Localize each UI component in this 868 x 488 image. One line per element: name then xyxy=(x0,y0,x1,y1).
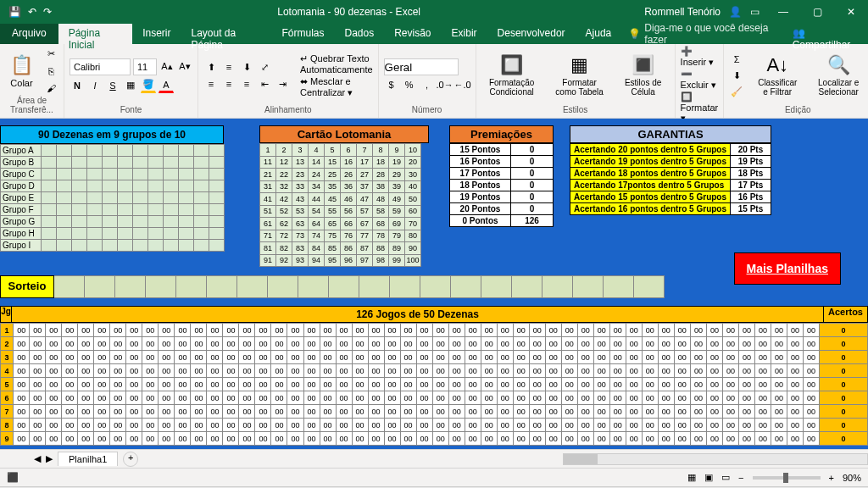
tab-file[interactable]: Arquivo xyxy=(0,24,58,44)
tab-view[interactable]: Exibir xyxy=(442,24,487,44)
bold-icon[interactable]: N xyxy=(70,78,85,93)
shrink-font-icon[interactable]: A▾ xyxy=(177,59,192,75)
mais-planilhas-link[interactable]: Mais Planilhas xyxy=(734,252,841,285)
font-size-input[interactable] xyxy=(133,58,157,75)
dec-decimal-icon[interactable]: ←.0 xyxy=(455,77,470,92)
underline-icon[interactable]: S xyxy=(105,78,120,93)
percent-icon[interactable]: % xyxy=(402,77,417,92)
user-avatar-icon[interactable]: 👤 xyxy=(729,6,742,18)
maximize-button[interactable]: ▢ xyxy=(800,6,834,18)
font-name-input[interactable] xyxy=(70,58,131,75)
align-bottom-icon[interactable]: ⬇ xyxy=(239,59,254,75)
fill-icon[interactable]: ⬇ xyxy=(729,68,744,83)
align-center-icon[interactable]: ≡ xyxy=(221,76,236,92)
nav-last-icon[interactable]: ▶ xyxy=(46,453,53,464)
currency-icon[interactable]: $ xyxy=(384,77,399,92)
undo-icon[interactable]: ↶ xyxy=(28,6,36,18)
grupo-row-label: Grupo D xyxy=(1,180,42,192)
indent-dec-icon[interactable]: ⇤ xyxy=(257,76,272,92)
minimize-button[interactable]: — xyxy=(766,6,800,18)
merge-center-button[interactable]: ⬌ Mesclar e Centralizar ▾ xyxy=(300,76,373,98)
paste-button[interactable]: 📋Colar xyxy=(5,53,38,90)
tab-data[interactable]: Dados xyxy=(334,24,384,44)
indent-inc-icon[interactable]: ⇥ xyxy=(275,76,290,92)
zoom-in-button[interactable]: + xyxy=(829,473,834,483)
redo-icon[interactable]: ↷ xyxy=(43,6,52,18)
find-select-button[interactable]: 🔍Localizar e Selecionar xyxy=(810,53,866,98)
prem-table: 15 Pontos016 Pontos017 Pontos018 Pontos0… xyxy=(449,143,554,227)
orientation-icon[interactable]: ⤢ xyxy=(257,59,272,75)
italic-icon[interactable]: I xyxy=(87,78,103,93)
zoom-slider[interactable] xyxy=(753,476,821,480)
view-layout-icon[interactable]: ▣ xyxy=(704,472,713,483)
cell-styles-button[interactable]: 🔳Estilos de Célula xyxy=(617,53,670,98)
format-painter-icon[interactable]: 🖌 xyxy=(43,80,58,96)
tab-review[interactable]: Revisão xyxy=(384,24,441,44)
cartao-block: Cartão Lotomania 12345678910111213141516… xyxy=(259,125,429,267)
jogos-jg-header: Jg xyxy=(0,306,12,323)
view-pagebreak-icon[interactable]: ▭ xyxy=(721,472,730,483)
sort-filter-button[interactable]: A↓Classificar e Filtrar xyxy=(749,53,805,98)
save-icon[interactable]: 💾 xyxy=(8,6,21,18)
grupo-row-label: Grupo G xyxy=(1,216,42,228)
copy-icon[interactable]: ⎘ xyxy=(43,64,58,79)
horiz-scrollbar[interactable] xyxy=(563,453,868,465)
align-top-icon[interactable]: ⬆ xyxy=(203,59,219,75)
group-styles-label: Estilos xyxy=(481,105,670,116)
grupo-row-label: Grupo B xyxy=(1,157,42,169)
align-right-icon[interactable]: ≡ xyxy=(239,76,254,92)
tab-developer[interactable]: Desenvolvedor xyxy=(487,24,576,44)
cond-format-button[interactable]: 🔲Formatação Condicional xyxy=(481,53,542,98)
view-normal-icon[interactable]: ▦ xyxy=(687,472,696,483)
status-mode: ⬛ xyxy=(7,472,19,483)
fill-color-icon[interactable]: 🪣 xyxy=(141,78,156,93)
cartao-header: Cartão Lotomania xyxy=(259,125,429,143)
comma-icon[interactable]: , xyxy=(420,77,435,92)
clear-icon[interactable]: 🧹 xyxy=(729,84,744,99)
wrap-text-button[interactable]: ↵ Quebrar Texto Automaticamente xyxy=(300,53,373,75)
format-table-button[interactable]: ▦Formatar como Tabela xyxy=(548,53,612,98)
user-name[interactable]: Rommell Tenório xyxy=(644,6,721,18)
cells-delete-button[interactable]: ➖ Excluir ▾ xyxy=(681,69,719,91)
zoom-level[interactable]: 90% xyxy=(843,473,861,483)
cartao-table[interactable]: 1234567891011121314151617181920212223242… xyxy=(259,143,421,267)
sort-icon: A↓ xyxy=(766,54,788,76)
font-color-icon[interactable]: A xyxy=(159,78,174,93)
share-button[interactable]: 👥 Compartilhar xyxy=(782,24,868,44)
jogos-table[interactable]: 1000000000000000000000000000000000000000… xyxy=(0,323,868,446)
tab-insert[interactable]: Inserir xyxy=(132,24,181,44)
tab-help[interactable]: Ajuda xyxy=(576,24,622,44)
nav-first-icon[interactable]: ◀ xyxy=(34,453,41,464)
grupo-row-label: Grupo E xyxy=(1,192,42,204)
window-title: Lotomania - 90 dezenas - Excel xyxy=(60,6,637,18)
autosum-icon[interactable]: Σ xyxy=(729,52,744,67)
grupos-table[interactable]: Grupo AGrupo BGrupo CGrupo DGrupo EGrupo… xyxy=(0,144,225,252)
grow-font-icon[interactable]: A▴ xyxy=(159,59,175,75)
sorteio-cells[interactable] xyxy=(54,275,665,298)
cells-insert-button[interactable]: ➕ Inserir ▾ xyxy=(681,46,719,68)
tab-layout[interactable]: Layout da Página xyxy=(181,24,271,44)
tab-formulas[interactable]: Fórmulas xyxy=(271,24,334,44)
align-middle-icon[interactable]: ≡ xyxy=(221,59,236,75)
inc-decimal-icon[interactable]: .0→ xyxy=(437,77,453,92)
tell-me-icon: 💡 xyxy=(628,28,641,40)
sorteio-row: Sorteio xyxy=(0,275,665,298)
cut-icon[interactable]: ✂ xyxy=(43,47,58,62)
number-format-select[interactable] xyxy=(384,58,459,75)
grupo-row-label: Grupo I xyxy=(1,240,42,252)
close-button[interactable]: ✕ xyxy=(834,6,868,18)
cond-format-icon: 🔲 xyxy=(500,54,523,76)
border-icon[interactable]: ▦ xyxy=(123,78,138,93)
sheet-tab[interactable]: Planilha1 xyxy=(58,452,118,466)
ribbon-options-icon[interactable]: ▭ xyxy=(750,6,760,18)
find-icon: 🔍 xyxy=(827,54,850,76)
garant-table: Acertando 20 pontos dentro 5 Grupos20 Pt… xyxy=(570,143,771,215)
tab-home[interactable]: Página Inicial xyxy=(58,24,132,44)
group-number-label: Número xyxy=(384,105,470,116)
add-sheet-button[interactable]: + xyxy=(123,452,138,467)
align-left-icon[interactable]: ≡ xyxy=(203,76,219,92)
grupos-header: 90 Dezenas em 9 grupos de 10 xyxy=(0,125,224,144)
jogos-title: 126 Jogos de 50 Dezenas xyxy=(12,306,824,323)
tell-me[interactable]: Diga-me o que você deseja fazer xyxy=(644,22,775,46)
zoom-out-button[interactable]: − xyxy=(738,473,743,483)
